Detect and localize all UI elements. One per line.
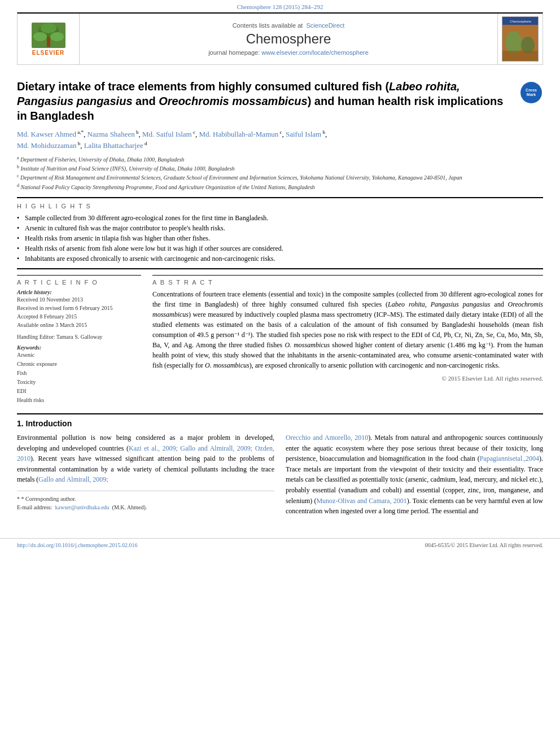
footnote-star: *: [17, 496, 21, 502]
copyright-notice: © 2015 Elsevier Ltd. All rights reserved…: [152, 375, 543, 382]
journal-info-bar: Chemosphere 128 (2015) 284–292: [0, 0, 560, 12]
highlight-item-2: Arsenic in cultured fish was the major c…: [17, 223, 543, 233]
thick-divider-1: [17, 197, 543, 198]
abstract-label: A B S T R A C T: [152, 279, 543, 286]
keywords-section: Keywords: Arsenic Chronic exposure Fish …: [17, 344, 141, 405]
doi-link[interactable]: http://dx.doi.org/10.1016/j.chemosphere.…: [17, 542, 137, 548]
article-info: A R T I C L E I N F O Article history: R…: [17, 275, 141, 405]
svg-point-3: [50, 32, 64, 41]
affiliation-a: a Department of Fisheries, University of…: [17, 155, 543, 164]
author-2: Nazma Shaheen: [88, 130, 135, 138]
footnote-corresponding-text: * Corresponding author.: [21, 496, 76, 502]
journal-title-area: Contents lists available at ScienceDirec…: [80, 14, 497, 64]
history-label: Article history:: [17, 289, 141, 295]
aff-sup-4: c: [278, 129, 282, 135]
page: Chemosphere 128 (2015) 284–292 ELSEVIER: [0, 0, 560, 747]
intro-right-col: Orecchio and Amorello, 2010). Metals fro…: [286, 433, 543, 521]
species-abstract-4: O. mossambicus: [205, 361, 250, 369]
keyword-1: Arsenic: [17, 351, 141, 360]
abstract-text: Concentrations of fourteen trace element…: [152, 289, 543, 370]
revised-date: Received in revised form 6 February 2015: [17, 304, 141, 312]
elsevier-tree-graphic: [32, 23, 65, 48]
elsevier-logo-area: ELSEVIER: [18, 14, 80, 64]
article-info-column: A R T I C L E I N F O Article history: R…: [17, 275, 141, 405]
issn-text: 0045-6535/© 2015 Elsevier Ltd. All right…: [425, 542, 543, 548]
ref-kazi[interactable]: Kazi et al., 2009; Gallo and Almirall, 2…: [17, 444, 274, 463]
author-1: Md. Kawser Ahmed: [17, 130, 76, 138]
aff-sup-7: d: [143, 141, 147, 146]
article-info-abstract-area: A R T I C L E I N F O Article history: R…: [17, 275, 543, 405]
article-info-label: A R T I C L E I N F O: [17, 279, 141, 286]
aff-text-d: National Food Policy Capacity Strengthen…: [21, 184, 315, 190]
email-label: E-mail address:: [17, 504, 52, 510]
sciencedirect-link[interactable]: ScienceDirect: [307, 22, 345, 29]
svg-point-2: [33, 32, 47, 41]
highlights-label: H I G H L I G H T S: [17, 203, 543, 209]
sciencedirect-line: Contents lists available at ScienceDirec…: [233, 22, 345, 29]
keyword-5: EDI: [17, 387, 141, 396]
footnotes: * * Corresponding author. E-mail address…: [17, 491, 274, 512]
aff-sup-2: b: [135, 129, 139, 135]
abstract-section: A B S T R A C T Concentrations of fourte…: [152, 275, 543, 382]
aff-text-a: Department of Fisheries, University of D…: [20, 156, 184, 163]
keyword-4: Toxicity: [17, 378, 141, 387]
available-date: Available online 3 March 2015: [17, 321, 141, 329]
svg-point-9: [505, 31, 522, 54]
journal-title: Chemosphere: [246, 31, 331, 47]
accepted-date: Accepted 8 February 2015: [17, 312, 141, 321]
received-date: Received 10 November 2013: [17, 295, 141, 304]
keyword-6: Health risks: [17, 396, 141, 405]
page-footer: http://dx.doi.org/10.1016/j.chemosphere.…: [0, 538, 560, 552]
affiliation-c: c Department of Risk Management and Envi…: [17, 173, 543, 182]
aff-text-b: Institute of Nutrition and Food Science …: [21, 165, 235, 172]
species-abstract-3: O. mossambicus: [285, 341, 330, 349]
crossmark-badge[interactable]: CrossMark: [520, 82, 543, 104]
author-4: Md. Habibullah-al-Mamun: [199, 130, 278, 138]
email-address[interactable]: kawser@univdhaka.edu: [55, 504, 109, 510]
introduction-section: 1. Introduction Environmental pollution …: [17, 413, 543, 521]
sciencedirect-prefix: Contents lists available at: [233, 22, 303, 29]
highlights-section: H I G H L I G H T S Sample collected fro…: [17, 203, 543, 264]
handling-editor: Handling Editor: Tamara S. Galloway: [17, 334, 141, 340]
keywords-label: Keywords:: [17, 344, 141, 351]
thick-divider-2: [17, 268, 543, 269]
aff-label-b: b: [17, 164, 19, 169]
intro-left-col: Environmental pollution is now being con…: [17, 433, 274, 521]
journal-citation: Chemosphere 128 (2015) 284–292: [237, 3, 323, 10]
highlights-list: Sample collected from 30 different agro-…: [17, 213, 543, 264]
intro-title: 1. Introduction: [17, 419, 543, 428]
keyword-3: Fish: [17, 369, 141, 378]
author-7: Lalita Bhattacharjee: [84, 141, 143, 150]
svg-rect-4: [47, 37, 50, 47]
highlight-item-4: Health risks of arsenic from fish alone …: [17, 243, 543, 254]
highlight-item-1: Sample collected from 30 different agro-…: [17, 213, 543, 223]
ref-munoz[interactable]: Munoz-Olivas and Camara, 2001: [316, 497, 406, 505]
species-name-2: Oreochromis mossambicus: [159, 95, 307, 107]
author-3: Md. Saiful Islam: [142, 130, 192, 138]
homepage-label: journal homepage:: [208, 49, 261, 56]
intro-two-col: Environmental pollution is now being con…: [17, 433, 543, 521]
article-history: Article history: Received 10 November 20…: [17, 289, 141, 329]
authors-line: Md. Kawser Ahmed a,*, Nazma Shaheen b, M…: [17, 129, 543, 151]
ref-gallo[interactable]: Gallo and Almirall, 2009;: [38, 475, 108, 483]
keyword-2: Chronic exposure: [17, 360, 141, 369]
author-5: Saiful Islam: [286, 130, 321, 138]
crossmark-text: CrossMark: [526, 88, 537, 97]
ref-orecchio[interactable]: Orecchio and Amorello, 2010: [286, 434, 368, 442]
elsevier-wordmark: ELSEVIER: [32, 50, 64, 56]
highlight-item-5: Inhabitants are exposed chronically to a…: [17, 254, 543, 264]
aff-sup-1: a,*: [76, 129, 84, 135]
aff-sup-3: c: [192, 129, 195, 135]
svg-text:Chemosphere: Chemosphere: [510, 20, 531, 23]
main-content: Dietary intake of trace elements from hi…: [0, 65, 560, 527]
email-suffix: (M.K. Ahmed).: [112, 504, 147, 510]
journal-homepage: journal homepage: www.elsevier.com/locat…: [208, 49, 369, 56]
aff-label-c: c: [17, 173, 19, 178]
aff-label-d: d: [17, 183, 19, 188]
journal-cover-area: Chemosphere Chemosphere: [497, 14, 542, 64]
intro-para-right: Orecchio and Amorello, 2010). Metals fro…: [286, 433, 543, 517]
homepage-url[interactable]: www.elsevier.com/locate/chemosphere: [261, 49, 369, 56]
article-title-section: Dietary intake of trace elements from hi…: [17, 79, 543, 123]
article-title: Dietary intake of trace elements from hi…: [17, 79, 515, 123]
ref-papagiannis[interactable]: Papagiannisetal.,2004: [480, 455, 539, 462]
